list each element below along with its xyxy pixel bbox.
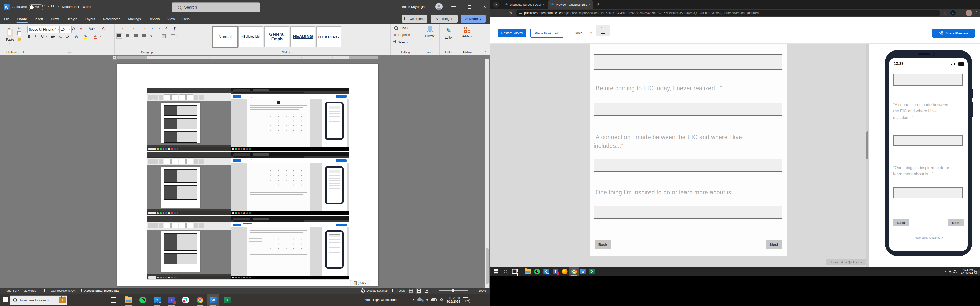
font-dialog-launcher-icon[interactable] — [111, 51, 113, 53]
close-tab-icon[interactable]: × — [542, 3, 545, 6]
strikethrough-button[interactable]: ab — [51, 35, 55, 38]
collapse-ribbon-icon[interactable]: ∨ — [484, 49, 487, 53]
tab-search-button[interactable]: ∨ — [493, 2, 499, 8]
tab-insert[interactable]: Insert — [34, 16, 44, 22]
web-layout-button[interactable] — [425, 289, 428, 293]
taskbar-spotify[interactable] — [139, 296, 146, 304]
next-button-desktop[interactable]: Next — [765, 240, 783, 249]
text-entry-m3[interactable] — [893, 187, 963, 198]
tab-file[interactable]: File — [3, 16, 10, 22]
bookmark-star-icon[interactable]: ☆ — [943, 11, 946, 16]
proofing-icon[interactable] — [41, 289, 45, 292]
tab-view[interactable]: View — [167, 16, 175, 22]
redo-button[interactable]: ↻ — [49, 3, 56, 9]
embedded-screenshot-2[interactable] — [147, 152, 348, 215]
align-left-button[interactable] — [118, 35, 121, 38]
multilevel-list-button[interactable]: ∨ — [140, 27, 146, 30]
start-button[interactable] — [493, 268, 500, 275]
mobile-view-toggle[interactable] — [596, 25, 610, 36]
restore-button[interactable] — [468, 5, 471, 9]
tab-selector[interactable]: ⌐ — [113, 55, 117, 60]
accessibility-status[interactable]: Accessibility: Investigate — [80, 289, 119, 292]
share-preview-button[interactable]: Share Preview — [932, 29, 975, 38]
preview-scrollbar[interactable] — [866, 44, 869, 267]
taskbar-clock[interactable]: 4:12 PM4/16/2024 — [961, 267, 973, 276]
bold-button[interactable]: B — [28, 35, 30, 38]
tab-preview-survey-active[interactable]: XM Preview - Qualtrics Survey | Qu × — [548, 0, 593, 9]
taskbar-file-explorer[interactable] — [124, 296, 132, 304]
scrollbar-thumb[interactable] — [486, 248, 489, 284]
comments-button[interactable]: Comments — [402, 15, 428, 23]
replace-button[interactable]: ⇄ Replace — [394, 33, 410, 37]
start-button[interactable] — [2, 296, 10, 304]
bullets-button[interactable]: ∨ — [118, 27, 123, 30]
taskbar-clock[interactable]: 4:12 PM4/16/2024 — [446, 296, 460, 304]
style-bulleted-list[interactable]: • Bulleted List — [239, 26, 263, 47]
notification-icon[interactable]: 22 — [463, 297, 468, 303]
taskbar-slack[interactable] — [182, 296, 189, 304]
find-button[interactable]: Find∨ — [394, 26, 408, 30]
share-button[interactable]: ↗Share∨ — [461, 15, 486, 23]
text-predictions[interactable]: Text Predictions: On — [49, 289, 76, 292]
taskbar-word-active[interactable]: W — [209, 296, 217, 304]
taskbar-chrome[interactable] — [196, 296, 204, 304]
underline-dropdown-icon[interactable]: ∨ — [46, 35, 48, 38]
styles-dialog-launcher-icon[interactable] — [387, 51, 390, 53]
taskbar-outlook[interactable]: O — [153, 296, 161, 304]
zoom-slider[interactable] — [439, 290, 468, 291]
quick-access-dropdown-icon[interactable]: ∨ — [55, 5, 62, 8]
show-hidden-icons[interactable]: ∧ — [412, 298, 414, 302]
taskbar-chrome-active[interactable] — [570, 268, 577, 275]
justify-button[interactable] — [142, 35, 146, 38]
back-button[interactable]: ← — [492, 11, 499, 15]
powered-by-qualtrics-mobile[interactable]: Powered by Qualtrics ↗ — [889, 236, 968, 239]
paste-options-button[interactable]: (Ctrl)∨ — [350, 280, 370, 286]
style-heading1[interactable]: HEADING — [290, 26, 315, 47]
next-button-mobile[interactable]: Next — [948, 219, 964, 227]
text-entry-m1[interactable] — [893, 74, 963, 86]
tab-draw[interactable]: Draw — [50, 16, 59, 22]
change-case-button[interactable]: Aa∨ — [89, 27, 95, 30]
taskbar-outlook[interactable]: O — [542, 268, 550, 275]
tab-design[interactable]: Design — [66, 16, 78, 22]
taskbar-teams[interactable]: T — [552, 268, 559, 275]
speaker-icon[interactable] — [948, 270, 951, 273]
format-painter-button[interactable] — [18, 38, 21, 41]
show-formatting-button[interactable]: ¶ — [173, 26, 176, 30]
underline-button[interactable]: U — [41, 35, 44, 38]
sort-button[interactable]: A↓ — [165, 26, 169, 29]
profile-avatar[interactable] — [966, 10, 972, 16]
taskbar-firefox[interactable] — [561, 268, 568, 275]
save-icon[interactable] — [34, 5, 38, 10]
taskbar-word[interactable]: W — [579, 268, 587, 275]
tools-menu[interactable]: Tools — [574, 31, 582, 35]
back-button-desktop[interactable]: Back — [595, 240, 611, 249]
new-tab-button[interactable]: + — [597, 2, 600, 7]
taskbar-search-input[interactable]: Type here to search — [10, 295, 67, 305]
clear-formatting-button[interactable]: A◊ — [102, 26, 106, 31]
zoom-in-button[interactable]: + — [472, 289, 474, 292]
powered-by-qualtrics[interactable]: Powered by Qualtrics↗ — [826, 259, 866, 265]
close-tab-icon[interactable]: × — [589, 3, 590, 6]
grammarly-extension-icon[interactable]: G — [950, 10, 956, 16]
notification-area[interactable]: 22 — [974, 267, 980, 276]
decrease-indent-button[interactable]: ⇤ — [151, 27, 154, 30]
text-entry-m2[interactable] — [893, 135, 963, 146]
dictate-button[interactable]: Dictate∨ — [421, 26, 439, 40]
restart-survey-button[interactable]: Restart Survey — [498, 29, 526, 37]
paste-button[interactable]: Paste∨ — [3, 26, 18, 48]
back-button-mobile[interactable]: Back — [893, 219, 909, 227]
battery-icon[interactable] — [431, 298, 437, 301]
copy-button[interactable] — [18, 32, 21, 36]
tab-help[interactable]: Help — [182, 16, 190, 22]
chrome-menu-icon[interactable]: ⋮ — [975, 11, 978, 15]
text-entry-q4[interactable] — [593, 206, 783, 219]
select-button[interactable]: Select∨ — [394, 40, 409, 44]
task-view-button[interactable] — [110, 296, 118, 304]
editor-button[interactable]: ✎ Editor — [439, 27, 458, 39]
style-normal[interactable]: Normal — [212, 26, 238, 48]
text-effects-button[interactable]: A — [75, 34, 78, 39]
align-center-button[interactable] — [126, 35, 129, 38]
taskbar-spotify[interactable] — [533, 268, 541, 275]
word-search-input[interactable]: Search — [172, 2, 260, 13]
